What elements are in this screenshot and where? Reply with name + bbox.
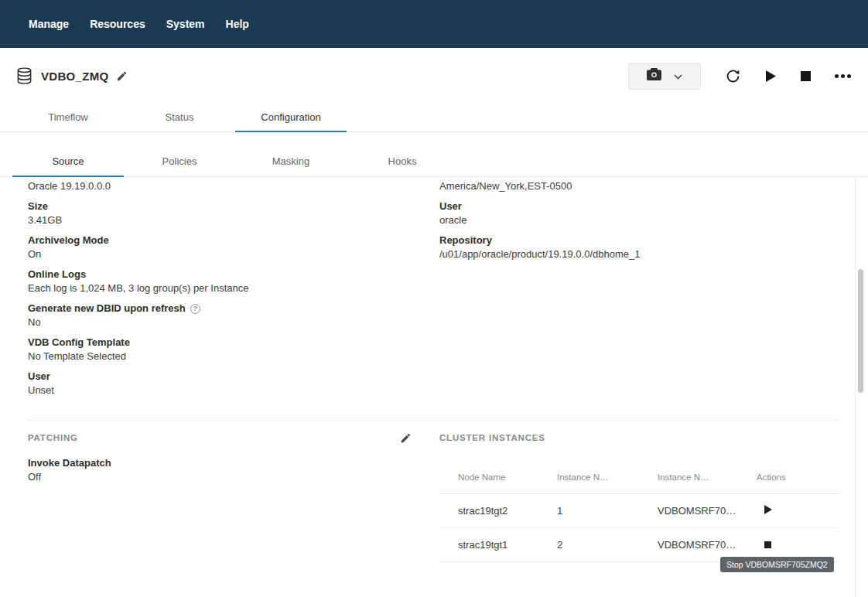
field-size: Size 3.41GB bbox=[28, 200, 412, 227]
source-details-left-column: Oracle 19.19.0.0.0 Size 3.41GB Archivelo… bbox=[28, 180, 439, 404]
field-label: User bbox=[28, 370, 412, 383]
source-details-right-column: America/New_York,EST-0500 User oracle Re… bbox=[439, 180, 839, 404]
field-value: 3.41GB bbox=[28, 214, 412, 227]
field-version: Oracle 19.19.0.0.0 bbox=[28, 180, 412, 193]
field-label: User bbox=[439, 200, 839, 213]
tab-configuration[interactable]: Configuration bbox=[235, 104, 347, 132]
scrollbar-track[interactable] bbox=[855, 177, 856, 597]
patching-section-title: PATCHING bbox=[28, 433, 78, 442]
field-online-logs: Online Logs Each log is 1,024 MB, 3 log … bbox=[28, 268, 412, 295]
field-env-user: User oracle bbox=[439, 200, 839, 227]
field-timezone: America/New_York,EST-0500 bbox=[439, 180, 839, 193]
main-tabs: Timeflow Status Configuration bbox=[0, 104, 868, 132]
field-label: Repository bbox=[439, 234, 839, 247]
column-header-instance-name: Instance N… bbox=[658, 461, 757, 494]
nav-item-system[interactable]: System bbox=[166, 18, 205, 30]
start-button[interactable] bbox=[765, 70, 777, 83]
field-label: Archivelog Mode bbox=[28, 234, 412, 247]
chevron-down-icon[interactable] bbox=[674, 69, 682, 83]
stop-instance-tooltip: Stop VDBOMSRF705ZMQ2 bbox=[720, 557, 834, 572]
field-invoke-datapatch: Invoke Datapatch Off bbox=[28, 457, 412, 483]
field-label: Invoke Datapatch bbox=[28, 457, 412, 469]
edit-patching-pencil-icon[interactable] bbox=[400, 432, 412, 444]
column-header-node-name: Node Name bbox=[439, 461, 557, 494]
database-icon bbox=[15, 67, 33, 85]
refresh-button[interactable] bbox=[725, 68, 741, 84]
top-nav: Manage Resources System Help bbox=[0, 0, 868, 48]
rename-pencil-icon[interactable] bbox=[116, 70, 128, 82]
page-title: VDBO_ZMQ bbox=[41, 70, 108, 83]
cell-instance-number: 2 bbox=[557, 528, 658, 562]
subtab-source[interactable]: Source bbox=[12, 146, 124, 177]
nav-item-resources[interactable]: Resources bbox=[90, 18, 145, 30]
field-label: Online Logs bbox=[28, 268, 412, 281]
field-value: Each log is 1,024 MB, 3 log group(s) per… bbox=[28, 282, 412, 295]
tab-status[interactable]: Status bbox=[124, 104, 235, 132]
cell-instance-name: VDBOMSRF70… bbox=[658, 494, 757, 528]
cluster-instances-table: Node Name Instance N… Instance N… Action… bbox=[439, 461, 839, 562]
nav-item-manage[interactable]: Manage bbox=[29, 18, 69, 30]
cell-node-name: strac19tgt1 bbox=[439, 528, 557, 562]
scrollbar-thumb[interactable] bbox=[858, 269, 863, 393]
source-config-panel: Oracle 19.19.0.0.0 Size 3.41GB Archivelo… bbox=[0, 177, 868, 597]
cell-node-name: strac19tgt2 bbox=[439, 494, 557, 528]
stop-icon bbox=[764, 541, 771, 548]
stop-icon bbox=[801, 71, 811, 81]
subtab-hooks[interactable]: Hooks bbox=[347, 146, 458, 177]
field-archivelog-mode: Archivelog Mode On bbox=[28, 234, 412, 261]
field-value: oracle bbox=[439, 214, 839, 227]
subtab-masking[interactable]: Masking bbox=[235, 146, 347, 177]
more-actions-button[interactable] bbox=[835, 74, 851, 78]
field-value: Off bbox=[28, 471, 412, 483]
stop-instance-button[interactable] bbox=[764, 541, 771, 548]
table-row: strac19tgt2 1 VDBOMSRF70… bbox=[439, 494, 839, 528]
field-user: User Unset bbox=[28, 370, 412, 397]
field-value: Unset bbox=[28, 384, 412, 397]
column-header-instance-number: Instance N… bbox=[557, 461, 658, 494]
field-value: Oracle 19.19.0.0.0 bbox=[28, 180, 412, 193]
camera-icon bbox=[647, 68, 661, 84]
stop-button[interactable] bbox=[801, 71, 811, 81]
start-instance-button[interactable] bbox=[764, 505, 772, 514]
table-header-row: Node Name Instance N… Instance N… Action… bbox=[439, 461, 839, 494]
configuration-subtabs: Source Policies Masking Hooks bbox=[0, 132, 868, 177]
field-label: VDB Config Template bbox=[28, 336, 412, 349]
field-value: America/New_York,EST-0500 bbox=[439, 180, 839, 193]
field-repository: Repository /u01/app/oracle/product/19.19… bbox=[439, 234, 839, 261]
column-header-actions: Actions bbox=[757, 461, 839, 494]
patching-section: PATCHING Invoke Datapatch Off bbox=[28, 432, 439, 562]
help-icon[interactable]: ? bbox=[190, 304, 200, 314]
snapshot-button[interactable] bbox=[628, 63, 701, 90]
page-header: VDBO_ZMQ bbox=[0, 48, 868, 104]
field-label: Size bbox=[28, 200, 412, 213]
field-value: No bbox=[28, 316, 412, 329]
subtab-policies[interactable]: Policies bbox=[124, 146, 235, 177]
field-generate-new-dbid: Generate new DBID upon refresh ? No bbox=[28, 302, 412, 329]
action-toolbar bbox=[628, 63, 851, 90]
field-value: No Template Selected bbox=[28, 350, 412, 363]
cluster-instances-title: CLUSTER INSTANCES bbox=[439, 433, 545, 442]
field-vdb-config-template: VDB Config Template No Template Selected bbox=[28, 336, 412, 363]
nav-item-help[interactable]: Help bbox=[226, 18, 249, 30]
field-value: On bbox=[28, 248, 412, 261]
field-value: /u01/app/oracle/product/19.19.0.0/dbhome… bbox=[439, 248, 839, 261]
field-label: Generate new DBID upon refresh bbox=[28, 302, 186, 315]
tab-timeflow[interactable]: Timeflow bbox=[12, 104, 124, 132]
cluster-instances-section: CLUSTER INSTANCES Node Name Instance N… … bbox=[439, 432, 839, 562]
ellipsis-icon bbox=[835, 74, 851, 78]
cell-instance-number: 1 bbox=[557, 494, 658, 528]
